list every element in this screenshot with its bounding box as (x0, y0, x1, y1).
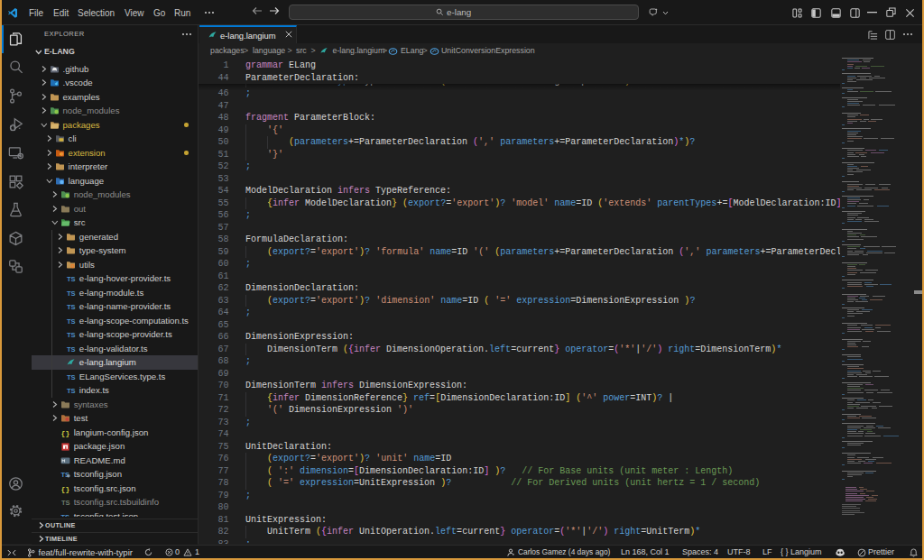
svg-text:TS: TS (67, 303, 76, 311)
svg-text:TS: TS (67, 289, 76, 297)
svg-text:{}: {} (60, 485, 69, 493)
svg-text:TS: TS (67, 331, 76, 339)
svg-text:TS: TS (67, 387, 76, 395)
svg-text:{}: {} (60, 429, 69, 437)
svg-text:TS: TS (67, 372, 76, 381)
svg-text:TS: TS (67, 275, 76, 283)
svg-text:TS: TS (67, 344, 76, 353)
svg-text:TS: TS (61, 499, 70, 507)
svg-text:TS: TS (67, 317, 76, 325)
svg-text:TS: TS (60, 512, 69, 517)
